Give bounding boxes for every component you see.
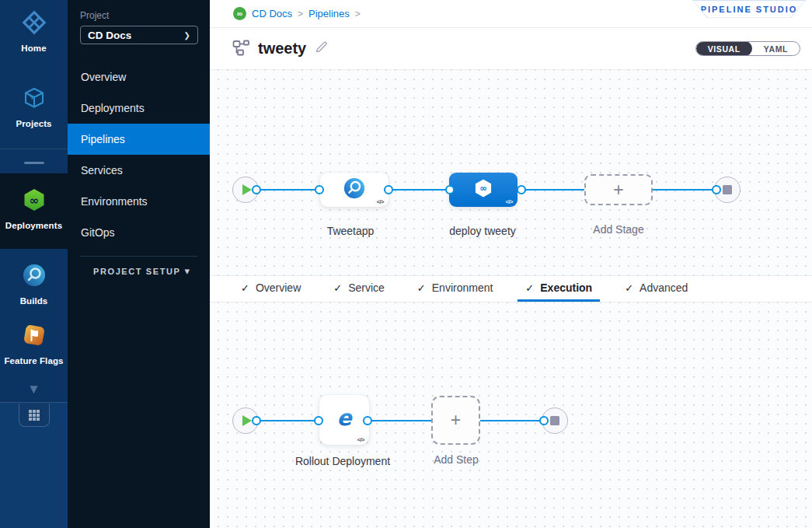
rail-bottom-section — [0, 402, 68, 528]
rail-divider — [24, 162, 44, 164]
harness-home-icon — [22, 10, 47, 38]
edit-pencil-icon[interactable] — [314, 40, 329, 58]
chevron-down-icon: ▾ — [184, 265, 190, 277]
connector-port[interactable] — [517, 185, 526, 194]
check-icon: ✓ — [525, 282, 534, 294]
visual-yaml-toggle: VISUAL YAML — [695, 41, 800, 56]
project-section-label: Project — [80, 10, 210, 21]
rail-section-line — [0, 149, 68, 149]
connector-port[interactable] — [315, 185, 324, 194]
sidebar-item-overview[interactable]: Overview — [68, 61, 210, 93]
rail-item-label: Builds — [20, 296, 48, 306]
svg-text:e: e — [337, 406, 354, 431]
rail-item-deployments[interactable]: ∞ Deployments — [0, 173, 68, 249]
project-setup-toggle[interactable]: PROJECT SETUP ▾ — [68, 265, 210, 277]
tab-overview[interactable]: ✓ Overview — [233, 276, 308, 302]
plus-icon: + — [451, 411, 461, 429]
module-picker-button[interactable] — [19, 404, 50, 427]
stage-label: deploy tweety — [428, 223, 537, 240]
pipeline-studio-main: ∞ CD Docs > Pipelines > PIPELINE STUDIO … — [210, 0, 812, 528]
project-sidebar: Project CD Docs ❯ Overview Deployments P… — [68, 0, 210, 528]
check-icon: ✓ — [241, 282, 249, 294]
add-step-button[interactable]: + — [431, 396, 480, 445]
step-label: Rollout Deployment — [288, 453, 397, 470]
selected-project-name: CD Docs — [88, 30, 131, 41]
pipeline-studio-badge: PIPELINE STUDIO — [701, 5, 798, 14]
rail-item-builds[interactable]: Builds — [0, 263, 68, 306]
feature-flags-icon — [22, 323, 47, 351]
sidebar-item-deployments[interactable]: Deployments — [68, 93, 210, 124]
connector-port[interactable] — [384, 185, 393, 194]
rail-item-feature-flags[interactable]: Feature Flags — [0, 323, 68, 365]
plus-icon: + — [613, 181, 623, 199]
breadcrumb-separator: > — [355, 9, 361, 19]
connector-port[interactable] — [252, 185, 261, 194]
sidebar-item-environments[interactable]: Environments — [68, 186, 210, 217]
breadcrumb-bar: ∞ CD Docs > Pipelines > PIPELINE STUDIO — [210, 0, 812, 28]
stage-node-tweetapp[interactable]: </> — [320, 173, 389, 207]
tab-environment[interactable]: ✓ Environment — [409, 276, 501, 302]
sidebar-item-pipelines[interactable]: Pipelines — [68, 124, 210, 155]
visual-toggle-button[interactable]: VISUAL — [696, 41, 752, 56]
play-icon — [242, 184, 252, 195]
sidebar-divider — [80, 256, 197, 257]
deployments-cd-icon: ∞ — [22, 187, 47, 215]
rail-item-label: Projects — [16, 119, 51, 128]
tab-advanced[interactable]: ✓ Advanced — [617, 276, 695, 302]
stage-label: Tweetapp — [296, 223, 405, 240]
add-step-label: Add Step — [402, 452, 511, 468]
code-badge: </> — [377, 198, 384, 205]
check-icon: ✓ — [333, 282, 342, 294]
rail-item-projects[interactable]: Projects — [0, 86, 68, 128]
connector-port[interactable] — [363, 416, 372, 425]
pipeline-studio-ribbon: PIPELINE STUDIO — [692, 0, 806, 18]
yaml-toggle-button[interactable]: YAML — [752, 41, 800, 56]
deploy-stage-icon: ∞ — [472, 177, 494, 202]
stage-canvas[interactable]: </> ∞ </> + Tweetapp deploy tweety Add S… — [210, 70, 812, 275]
svg-text:∞: ∞ — [479, 183, 486, 194]
connector-port[interactable] — [539, 416, 549, 425]
stage-node-deploy-tweety[interactable]: ∞ </> — [449, 173, 518, 207]
connector-port[interactable] — [252, 416, 261, 425]
tab-execution[interactable]: ✓ Execution — [518, 276, 600, 302]
project-menu: Overview Deployments Pipelines Services … — [68, 61, 210, 248]
svg-text:∞: ∞ — [29, 194, 39, 208]
pipeline-title-bar: tweety VISUAL YAML — [210, 28, 812, 70]
stop-icon — [723, 185, 732, 194]
chevron-right-icon: ❯ — [184, 31, 190, 40]
rail-item-home[interactable]: Home — [0, 0, 68, 53]
code-badge: </> — [357, 436, 364, 443]
tab-service[interactable]: ✓ Service — [326, 276, 392, 302]
project-selector[interactable]: CD Docs ❯ — [80, 26, 198, 44]
module-rail: Home Projects ∞ Deployments Builds Featu… — [0, 0, 68, 528]
breadcrumb: ∞ CD Docs > Pipelines > — [233, 7, 361, 20]
build-stage-icon — [343, 177, 366, 203]
add-stage-label: Add Stage — [564, 222, 673, 238]
grid-icon — [29, 410, 40, 421]
rail-collapse-chevron-icon[interactable]: ▼ — [27, 383, 40, 402]
breadcrumb-pipelines-link[interactable]: Pipelines — [308, 8, 350, 19]
step-node-rollout-deployment[interactable]: e </> — [319, 395, 369, 445]
sidebar-item-gitops[interactable]: GitOps — [68, 217, 210, 248]
execution-step-canvas[interactable]: e </> + Rollout Deployment Add Step — [210, 302, 812, 528]
connector-port[interactable] — [712, 185, 721, 194]
connector-port[interactable] — [314, 416, 323, 425]
pipeline-flowchart-icon — [232, 38, 250, 60]
play-icon — [242, 415, 252, 426]
check-icon: ✓ — [625, 282, 633, 294]
project-setup-label: PROJECT SETUP — [93, 267, 181, 276]
rail-item-label: Deployments — [5, 221, 62, 230]
cd-module-icon: ∞ — [233, 7, 246, 20]
connector-port[interactable] — [445, 185, 455, 194]
sidebar-item-services[interactable]: Services — [68, 155, 210, 186]
add-stage-button[interactable]: + — [584, 174, 653, 205]
breadcrumb-project-link[interactable]: CD Docs — [252, 8, 292, 19]
breadcrumb-separator: > — [298, 9, 303, 19]
stop-icon — [550, 416, 559, 425]
code-badge: </> — [506, 198, 513, 205]
stage-config-tabs: ✓ Overview ✓ Service ✓ Environment ✓ Exe… — [210, 275, 812, 302]
projects-cube-icon — [22, 86, 47, 114]
pipeline-title: tweety — [258, 40, 306, 58]
builds-ci-icon — [22, 263, 47, 291]
rail-item-label: Feature Flags — [4, 356, 63, 365]
